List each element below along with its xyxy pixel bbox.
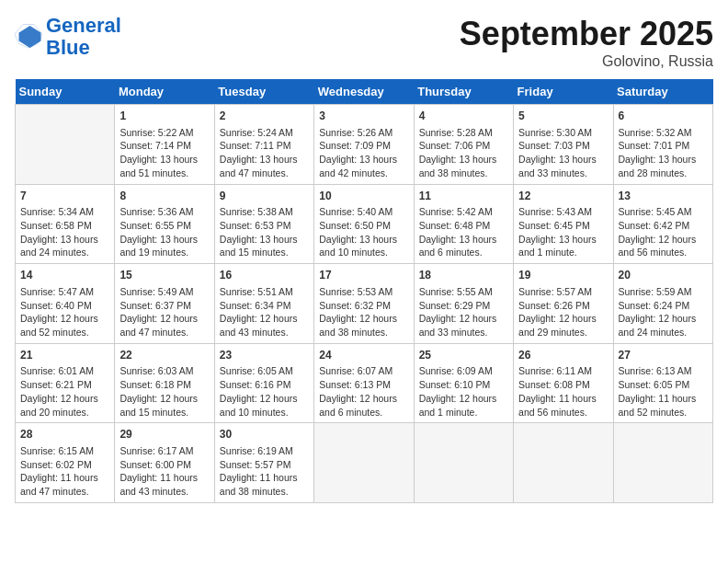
day-info-line: and 6 minutes.	[419, 246, 508, 259]
day-number: 9	[220, 189, 309, 204]
day-number: 24	[319, 348, 408, 363]
day-info-line: Sunset: 6:24 PM	[619, 299, 708, 313]
weekday-header-cell: Sunday	[16, 79, 115, 105]
calendar-week-row: 14Sunrise: 5:47 AMSunset: 6:40 PMDayligh…	[16, 264, 713, 344]
title-block: September 2025 Golovino, Russia	[460, 15, 713, 70]
calendar-cell: 13Sunrise: 5:45 AMSunset: 6:42 PMDayligh…	[613, 184, 712, 264]
day-info-line: Sunset: 6:48 PM	[419, 219, 508, 233]
day-info-line: and 33 minutes.	[518, 167, 608, 180]
day-info-line: Sunrise: 6:03 AM	[119, 364, 209, 378]
day-info-line: Daylight: 12 hours	[319, 312, 408, 326]
day-info-line: Sunset: 7:14 PM	[119, 139, 209, 153]
location: Golovino, Russia	[460, 53, 713, 70]
day-number: 28	[20, 427, 109, 442]
day-info-line: Sunset: 6:08 PM	[518, 378, 608, 392]
page-header: General Blue September 2025 Golovino, Ru…	[15, 15, 713, 70]
calendar-cell: 26Sunrise: 6:11 AMSunset: 6:08 PMDayligh…	[514, 343, 613, 423]
day-info-line: Daylight: 13 hours	[419, 153, 508, 167]
day-info-line: Daylight: 12 hours	[20, 312, 109, 326]
day-info-line: and 47 minutes.	[220, 167, 309, 180]
day-info-line: Sunset: 6:45 PM	[518, 219, 608, 233]
day-number: 22	[119, 348, 209, 363]
day-info-line: and 20 minutes.	[20, 406, 109, 419]
calendar-cell: 25Sunrise: 6:09 AMSunset: 6:10 PMDayligh…	[414, 343, 513, 423]
day-info-line: Sunset: 6:58 PM	[20, 219, 109, 233]
day-info-line: and 43 minutes.	[220, 326, 309, 339]
calendar-cell: 9Sunrise: 5:38 AMSunset: 6:53 PMDaylight…	[214, 184, 313, 264]
day-info-line: Sunset: 6:16 PM	[220, 378, 309, 392]
day-info-line: Daylight: 13 hours	[419, 233, 508, 247]
day-info-line: Daylight: 13 hours	[20, 233, 109, 247]
calendar-cell: 28Sunrise: 6:15 AMSunset: 6:02 PMDayligh…	[16, 423, 115, 503]
day-info-line: Sunrise: 5:38 AM	[220, 205, 309, 219]
day-info-line: and 28 minutes.	[619, 167, 708, 180]
day-info-line: Sunset: 7:03 PM	[518, 139, 608, 153]
weekday-header-cell: Monday	[115, 79, 214, 105]
day-info-line: Daylight: 11 hours	[20, 471, 109, 485]
day-number: 5	[518, 109, 608, 124]
day-info-line: Sunset: 6:40 PM	[20, 299, 109, 313]
logo-line1: General	[46, 14, 121, 37]
day-info-line: and 43 minutes.	[119, 485, 209, 499]
day-info-line: Daylight: 11 hours	[619, 392, 708, 406]
day-info-line: Sunrise: 5:43 AM	[518, 205, 608, 219]
day-info-line: Sunrise: 5:53 AM	[319, 285, 408, 299]
calendar-table: SundayMondayTuesdayWednesdayThursdayFrid…	[15, 79, 713, 503]
day-info-line: and 6 minutes.	[319, 406, 408, 419]
day-info-line: Sunset: 6:02 PM	[20, 458, 109, 472]
calendar-week-row: 28Sunrise: 6:15 AMSunset: 6:02 PMDayligh…	[16, 423, 713, 503]
calendar-cell: 12Sunrise: 5:43 AMSunset: 6:45 PMDayligh…	[514, 184, 613, 264]
day-info-line: Daylight: 13 hours	[319, 153, 408, 167]
day-number: 2	[220, 109, 309, 124]
day-info-line: and 38 minutes.	[220, 485, 309, 499]
day-info-line: and 52 minutes.	[20, 326, 109, 339]
day-number: 8	[119, 189, 209, 204]
day-info-line: Daylight: 13 hours	[220, 153, 309, 167]
calendar-cell: 3Sunrise: 5:26 AMSunset: 7:09 PMDaylight…	[314, 105, 414, 185]
day-number: 14	[20, 268, 109, 283]
day-info-line: Daylight: 12 hours	[220, 312, 309, 326]
day-info-line: Sunrise: 5:47 AM	[20, 285, 109, 299]
calendar-cell	[16, 105, 115, 185]
day-info-line: and 51 minutes.	[119, 167, 209, 180]
day-info-line: Sunrise: 6:13 AM	[619, 364, 708, 378]
day-info-line: Daylight: 13 hours	[319, 233, 408, 247]
day-info-line: Sunrise: 5:34 AM	[20, 205, 109, 219]
day-number: 27	[619, 348, 708, 363]
day-info-line: Sunset: 6:13 PM	[319, 378, 408, 392]
day-info-line: Sunrise: 6:19 AM	[220, 444, 309, 458]
day-info-line: and 1 minute.	[518, 246, 608, 259]
calendar-cell: 15Sunrise: 5:49 AMSunset: 6:37 PMDayligh…	[115, 264, 214, 344]
day-info-line: Sunset: 6:29 PM	[419, 299, 508, 313]
day-number: 1	[119, 109, 209, 124]
day-number: 26	[518, 348, 608, 363]
calendar-cell: 10Sunrise: 5:40 AMSunset: 6:50 PMDayligh…	[314, 184, 414, 264]
day-info-line: Sunrise: 6:11 AM	[518, 364, 608, 378]
day-number: 25	[419, 348, 508, 363]
day-info-line: Sunrise: 6:01 AM	[20, 364, 109, 378]
day-info-line: Sunset: 6:53 PM	[220, 219, 309, 233]
calendar-cell: 22Sunrise: 6:03 AMSunset: 6:18 PMDayligh…	[115, 343, 214, 423]
day-info-line: Sunset: 6:21 PM	[20, 378, 109, 392]
day-number: 18	[419, 268, 508, 283]
day-info-line: Daylight: 13 hours	[518, 153, 608, 167]
day-info-line: Sunrise: 5:57 AM	[518, 285, 608, 299]
day-info-line: and 47 minutes.	[119, 326, 209, 339]
calendar-cell: 24Sunrise: 6:07 AMSunset: 6:13 PMDayligh…	[314, 343, 414, 423]
day-info-line: Sunset: 6:05 PM	[619, 378, 708, 392]
day-info-line: Sunset: 7:06 PM	[419, 139, 508, 153]
day-number: 13	[619, 189, 708, 204]
day-number: 17	[319, 268, 408, 283]
calendar-cell: 11Sunrise: 5:42 AMSunset: 6:48 PMDayligh…	[414, 184, 513, 264]
day-info-line: Sunrise: 6:05 AM	[220, 364, 309, 378]
logo-icon	[15, 23, 42, 51]
weekday-header-cell: Thursday	[414, 79, 513, 105]
day-info-line: Daylight: 11 hours	[220, 471, 309, 485]
day-info-line: Sunset: 6:50 PM	[319, 219, 408, 233]
day-number: 6	[619, 109, 708, 124]
day-info-line: Sunset: 7:11 PM	[220, 139, 309, 153]
day-info-line: Daylight: 12 hours	[619, 233, 708, 247]
weekday-header-cell: Tuesday	[214, 79, 313, 105]
calendar-cell: 29Sunrise: 6:17 AMSunset: 6:00 PMDayligh…	[115, 423, 214, 503]
day-info-line: Daylight: 13 hours	[119, 233, 209, 247]
